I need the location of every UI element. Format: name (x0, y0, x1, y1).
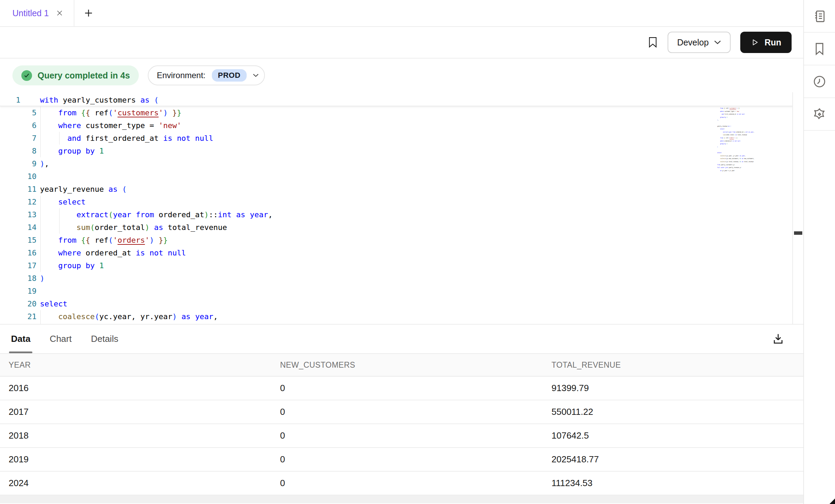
indent-guide (40, 221, 41, 234)
column-header-total_revenue: TOTAL_REVENUE (543, 360, 794, 370)
main-column: Untitled 1 Develop Run (0, 0, 803, 504)
code-line[interactable]: 10 (0, 170, 803, 183)
code-text: where customer_type = 'new' (40, 119, 182, 132)
editor-toolbar: Develop Run (0, 27, 803, 59)
code-line[interactable]: 21 coalesce(yc.year, yr.year) as year, (0, 310, 803, 323)
sticky-line[interactable]: 1with yearly_customers as ( (0, 94, 803, 106)
bookmarks-panel-button[interactable] (804, 33, 835, 65)
develop-dropdown-button[interactable]: Develop (668, 32, 731, 53)
code-text: sum(order_total) as total_revenue (40, 221, 227, 234)
code-line[interactable]: 12 select (0, 196, 803, 208)
query-status-text: Query completed in 4s (38, 71, 130, 81)
right-icon-rail (803, 0, 835, 504)
line-number: 10 (0, 170, 37, 183)
code-text: where ordered_at is not null (40, 246, 186, 259)
tab-untitled-1[interactable]: Untitled 1 (0, 0, 74, 26)
table-cell: 2025418.77 (543, 454, 794, 465)
download-button[interactable] (770, 331, 786, 347)
query-status-badge: Query completed in 4s (12, 65, 139, 85)
indent-guide (40, 234, 41, 246)
indent-guide (40, 106, 41, 119)
code-line[interactable]: 8 group by 1 (0, 145, 803, 157)
line-number: 8 (0, 145, 37, 157)
results-tab-chart[interactable]: Chart (50, 325, 72, 353)
line-number: 21 (0, 310, 37, 323)
line-number: 18 (0, 272, 37, 285)
indent-guide (40, 145, 41, 157)
code-line[interactable]: 18) (0, 272, 803, 285)
compass-star-icon (812, 107, 827, 122)
column-header-new_customers: NEW_CUSTOMERS (271, 360, 543, 370)
indent-guide (40, 132, 41, 145)
code-text: with yearly_customers as ( (40, 94, 158, 106)
code-text: select (40, 297, 67, 310)
table-cell: 2016 (0, 383, 271, 393)
indent-guide (59, 208, 60, 221)
environment-label: Environment: (157, 71, 205, 80)
line-number: 13 (0, 208, 37, 221)
environment-selector[interactable]: Environment: PROD (148, 65, 265, 85)
code-text: ), (40, 157, 49, 170)
code-line[interactable]: 19 (0, 285, 803, 297)
code-text: from {{ ref('customers') }} (40, 106, 182, 119)
code-line[interactable]: 13 extract(year from ordered_at)::int as… (0, 208, 803, 221)
bookmark-icon (812, 42, 827, 56)
history-panel-button[interactable] (804, 65, 835, 98)
chevron-down-icon (253, 74, 259, 77)
code-line[interactable]: 16 where ordered_at is not null (0, 246, 803, 259)
editor-tab-bar: Untitled 1 (0, 0, 803, 27)
run-button[interactable]: Run (740, 32, 792, 53)
table-cell: 111234.53 (543, 478, 794, 489)
indent-guide (40, 196, 41, 208)
environment-value-chip: PROD (212, 69, 247, 82)
column-header-year: YEAR (0, 360, 271, 370)
chevron-down-icon (714, 40, 721, 44)
indent-guide (40, 119, 41, 132)
code-text: coalesce(yc.year, yr.year) as year, (40, 310, 218, 323)
code-line[interactable]: 5 from {{ ref('customers') }} (0, 106, 803, 119)
line-number: 1 (0, 94, 37, 106)
code-editor[interactable]: 1with yearly_customers as ( 5 from {{ re… (0, 92, 803, 325)
code-line[interactable]: 11yearly_revenue as ( (0, 183, 803, 196)
line-number: 19 (0, 285, 37, 297)
line-number: 5 (0, 106, 37, 119)
new-tab-button[interactable] (74, 0, 103, 26)
line-number: 7 (0, 132, 37, 145)
line-number: 16 (0, 246, 37, 259)
table-cell: 2024 (0, 478, 271, 489)
line-number: 9 (0, 157, 37, 170)
tab-label: Untitled 1 (12, 8, 49, 18)
code-line[interactable]: 14 sum(order_total) as total_revenue (0, 221, 803, 234)
table-cell: 0 (271, 478, 543, 489)
close-tab-icon[interactable] (56, 9, 63, 17)
code-line[interactable]: 15 from {{ ref('orders') }} (0, 234, 803, 246)
editor-scrollbar-thumb[interactable] (794, 231, 802, 235)
code-line[interactable]: 20select (0, 297, 803, 310)
code-text: group by 1 (40, 259, 104, 272)
table-cell: 0 (271, 430, 543, 441)
clock-icon (812, 74, 827, 89)
notebook-panel-button[interactable] (804, 0, 835, 33)
results-tab-details[interactable]: Details (91, 325, 118, 353)
code-line[interactable]: 9), (0, 157, 803, 170)
code-line[interactable]: 17 group by 1 (0, 259, 803, 272)
editor-minimap[interactable]: with yearly_customers as ( select extrac… (717, 95, 756, 178)
bookmark-icon[interactable] (648, 36, 658, 48)
explore-panel-button[interactable] (804, 98, 835, 131)
indent-guide (40, 310, 41, 323)
table-row: 20240111234.53 (0, 472, 803, 495)
table-cell: 2018 (0, 430, 271, 441)
code-line[interactable]: 7 and first_ordered_at is not null (0, 132, 803, 145)
indent-guide (59, 132, 60, 145)
indent-guide (40, 246, 41, 259)
indent-guide (59, 221, 60, 234)
line-number: 12 (0, 196, 37, 208)
results-tab-data[interactable]: Data (11, 325, 30, 353)
code-text: select (40, 196, 85, 208)
table-body: 2016091399.7920170550011.2220180107642.5… (0, 377, 803, 495)
code-text: yearly_revenue as ( (40, 183, 127, 196)
indent-guide (40, 208, 41, 221)
code-line[interactable]: 6 where customer_type = 'new' (0, 119, 803, 132)
window-resize-grip[interactable] (829, 498, 835, 504)
sticky-code-line[interactable]: 1with yearly_customers as ( (0, 94, 803, 106)
